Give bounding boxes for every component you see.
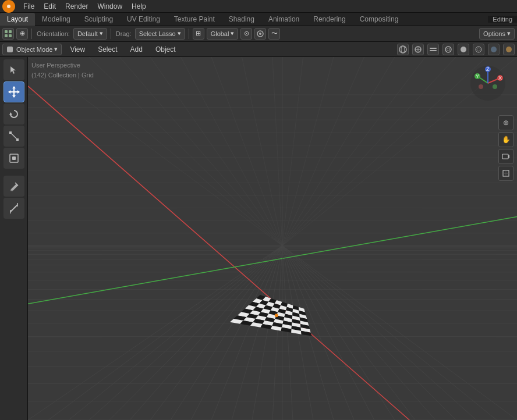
- svg-point-17: [447, 48, 450, 51]
- wireframe-shading[interactable]: [473, 44, 484, 55]
- svg-marker-27: [8, 90, 10, 94]
- viewport[interactable]: User Perspective (142) Collection | Grid…: [28, 57, 517, 420]
- cursor-tool-btn[interactable]: [3, 59, 24, 80]
- menu-bar: File Edit Render Window Help: [0, 0, 517, 13]
- svg-rect-8: [7, 47, 13, 52]
- svg-marker-40: [508, 155, 509, 158]
- header-bar2: Object Mode ▾ View Select Add Object: [0, 42, 517, 57]
- viewport-overlay-btn[interactable]: [397, 44, 409, 55]
- editing-label: Editing: [488, 16, 517, 23]
- xray-toggle[interactable]: [442, 44, 454, 55]
- ortho-view-btn[interactable]: [498, 166, 514, 181]
- snap-btn[interactable]: [254, 28, 266, 40]
- tab-uv-editing[interactable]: UV Editing: [120, 13, 167, 26]
- scale-tool-btn[interactable]: [3, 126, 24, 147]
- header2-add[interactable]: Add: [126, 44, 147, 55]
- header2-select[interactable]: Select: [93, 44, 122, 55]
- svg-rect-2: [5, 30, 8, 33]
- orientation-label: Orientation:: [37, 30, 70, 37]
- camera-view-btn[interactable]: [498, 149, 514, 164]
- svg-rect-32: [9, 131, 12, 134]
- orientation-dropdown[interactable]: Default ▾: [73, 28, 107, 40]
- svg-marker-28: [17, 90, 20, 94]
- svg-point-9: [399, 46, 406, 53]
- pan-btn[interactable]: ✋: [498, 132, 514, 147]
- menu-help[interactable]: Help: [127, 1, 151, 12]
- proportional2-btn[interactable]: 〜: [268, 28, 280, 40]
- svg-rect-39: [502, 154, 508, 159]
- svg-rect-14: [430, 48, 437, 49]
- mode-icon-btn[interactable]: [2, 28, 14, 40]
- tab-sculpting[interactable]: Sculpting: [77, 13, 120, 26]
- rotate-tool-btn[interactable]: [3, 104, 24, 124]
- cursor-icon-btn[interactable]: ⊕: [16, 28, 28, 40]
- tab-shading[interactable]: Shading: [222, 13, 261, 26]
- svg-rect-3: [9, 30, 12, 33]
- menu-file[interactable]: File: [19, 1, 39, 12]
- svg-line-36: [10, 205, 17, 212]
- header2-object[interactable]: Object: [151, 44, 180, 55]
- svg-point-21: [491, 47, 497, 52]
- viewport-right-tools: ⊕ ✋: [498, 115, 514, 181]
- transform-tool-btn[interactable]: [3, 148, 24, 169]
- svg-point-22: [506, 47, 512, 52]
- tab-rendering[interactable]: Rendering: [306, 13, 352, 26]
- svg-point-20: [477, 48, 480, 51]
- svg-point-18: [461, 47, 466, 52]
- zoom-in-btn[interactable]: ⊕: [498, 115, 514, 130]
- solid-shading[interactable]: [458, 44, 469, 55]
- header-toolbar: ⊕ Orientation: Default ▾ Drag: Select La…: [0, 26, 517, 42]
- global-dropdown[interactable]: Global ▾: [207, 28, 239, 40]
- object-mode-dropdown[interactable]: Object Mode ▾: [2, 44, 62, 55]
- tab-compositing[interactable]: Compositing: [353, 13, 406, 26]
- gizmo-btn[interactable]: [412, 44, 424, 55]
- header2-view[interactable]: View: [65, 44, 90, 55]
- tab-layout[interactable]: Layout: [0, 13, 35, 26]
- options-btn[interactable]: Options ▾: [479, 28, 515, 40]
- sep1: [31, 29, 32, 39]
- svg-rect-15: [430, 50, 437, 51]
- drag-label: Drag:: [116, 30, 132, 37]
- svg-marker-25: [12, 86, 16, 88]
- menu-render[interactable]: Render: [61, 1, 93, 12]
- move-tool-btn[interactable]: [3, 81, 24, 102]
- left-toolbar: [0, 57, 28, 420]
- svg-point-1: [7, 5, 10, 8]
- drag-dropdown[interactable]: Select Lasso ▾: [135, 28, 185, 40]
- sep2: [111, 29, 111, 39]
- svg-rect-5: [9, 34, 12, 37]
- svg-rect-31: [16, 138, 19, 141]
- svg-point-16: [445, 47, 451, 52]
- menu-edit[interactable]: Edit: [39, 1, 61, 12]
- overlay-toggle[interactable]: [427, 44, 439, 55]
- svg-rect-4: [5, 34, 8, 37]
- annotate-tool-btn[interactable]: [3, 176, 24, 197]
- render-shading[interactable]: [503, 44, 515, 55]
- main-area: User Perspective (142) Collection | Grid…: [0, 57, 517, 420]
- sep3: [189, 29, 189, 39]
- tab-animation[interactable]: Animation: [261, 13, 306, 26]
- svg-rect-34: [12, 156, 16, 160]
- tab-texture-paint[interactable]: Texture Paint: [167, 13, 222, 26]
- svg-point-7: [259, 33, 261, 35]
- transform-icon-btn[interactable]: ⊞: [193, 28, 204, 40]
- svg-marker-29: [9, 112, 12, 115]
- viewport-canvas: [28, 57, 517, 420]
- measure-tool-btn[interactable]: [3, 198, 24, 219]
- menu-window[interactable]: Window: [93, 1, 127, 12]
- tab-modeling[interactable]: Modeling: [35, 13, 77, 26]
- svg-marker-26: [12, 95, 16, 98]
- proportional-btn[interactable]: ⊙: [240, 28, 252, 40]
- svg-point-10: [401, 46, 405, 53]
- blender-logo: [2, 0, 15, 13]
- material-shading[interactable]: [488, 44, 500, 55]
- workspace-tabs: Layout Modeling Sculpting UV Editing Tex…: [0, 13, 517, 26]
